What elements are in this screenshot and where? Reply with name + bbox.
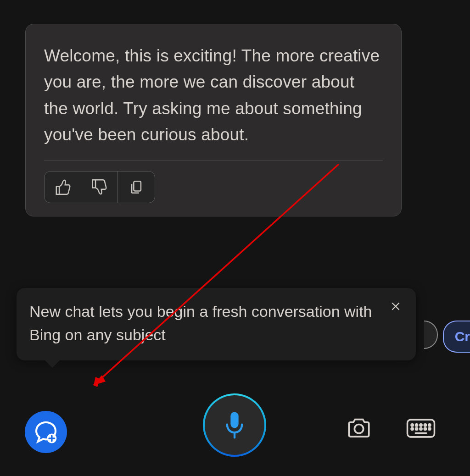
copy-button[interactable] bbox=[118, 172, 155, 203]
svg-point-17 bbox=[420, 428, 422, 430]
like-button[interactable] bbox=[46, 172, 79, 203]
new-chat-button[interactable] bbox=[25, 411, 67, 453]
svg-rect-6 bbox=[230, 412, 238, 428]
svg-point-14 bbox=[429, 424, 431, 426]
assistant-message-card: Welcome, this is exciting! The more crea… bbox=[25, 24, 402, 216]
assistant-message-text: Welcome, this is exciting! The more crea… bbox=[44, 43, 383, 148]
bottom-toolbar bbox=[0, 393, 470, 453]
tooltip-text: New chat lets you begin a fresh conversa… bbox=[29, 300, 384, 347]
message-action-row bbox=[44, 171, 383, 203]
copy-icon bbox=[129, 179, 144, 195]
microphone-button[interactable] bbox=[203, 393, 266, 457]
svg-point-19 bbox=[429, 428, 431, 430]
camera-button[interactable] bbox=[344, 414, 374, 443]
svg-point-18 bbox=[424, 428, 426, 430]
thumbs-up-icon bbox=[54, 178, 72, 196]
svg-point-12 bbox=[420, 424, 422, 426]
close-icon bbox=[390, 300, 402, 312]
tooltip-tail bbox=[45, 360, 60, 368]
microphone-icon bbox=[223, 411, 246, 439]
creative-mode-pill[interactable]: Cr bbox=[443, 321, 470, 353]
message-action-group bbox=[44, 171, 155, 203]
creative-label: Cr bbox=[455, 329, 470, 344]
svg-point-10 bbox=[411, 424, 413, 426]
camera-icon bbox=[346, 417, 372, 440]
thumbs-down-icon bbox=[90, 178, 108, 196]
svg-point-15 bbox=[411, 428, 413, 430]
feedback-pair bbox=[45, 172, 118, 203]
pill-edge-behind bbox=[424, 321, 438, 349]
svg-point-13 bbox=[424, 424, 426, 426]
new-chat-tooltip: New chat lets you begin a fresh conversa… bbox=[17, 288, 416, 360]
mic-ring bbox=[203, 393, 266, 457]
new-chat-icon bbox=[33, 419, 59, 445]
keyboard-icon bbox=[406, 418, 436, 439]
dislike-button[interactable] bbox=[83, 172, 116, 203]
svg-point-11 bbox=[415, 424, 417, 426]
svg-rect-0 bbox=[134, 182, 141, 191]
keyboard-button[interactable] bbox=[404, 414, 438, 443]
svg-point-16 bbox=[415, 428, 417, 430]
mic-inner bbox=[205, 395, 264, 455]
svg-marker-23 bbox=[94, 377, 104, 385]
message-divider bbox=[44, 161, 383, 161]
svg-marker-22 bbox=[94, 376, 101, 387]
svg-point-8 bbox=[354, 425, 363, 433]
tooltip-close-button[interactable] bbox=[387, 298, 404, 315]
